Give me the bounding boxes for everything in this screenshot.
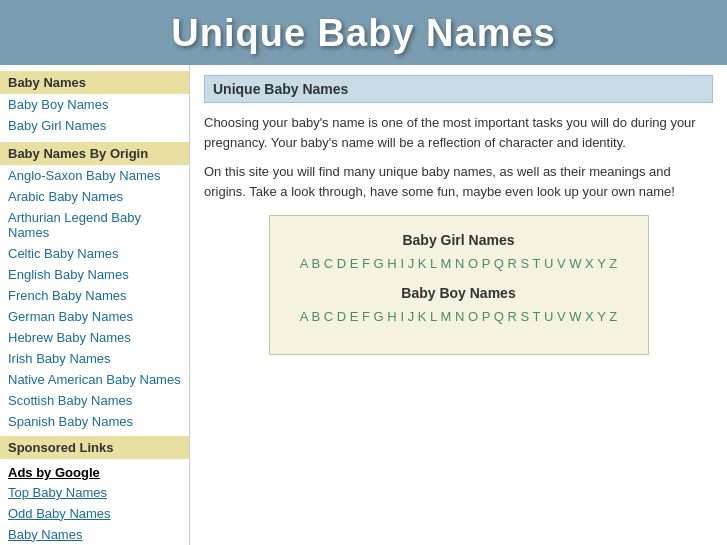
- alpha-link-y[interactable]: Y: [597, 256, 605, 271]
- sidebar-section-sponsored: Sponsored Links: [0, 436, 189, 459]
- alpha-link-q[interactable]: Q: [494, 256, 504, 271]
- sidebar-link-baby-girl-names[interactable]: Baby Girl Names: [0, 115, 189, 136]
- alpha-link-c[interactable]: C: [324, 309, 333, 324]
- alpha-link-q[interactable]: Q: [494, 309, 504, 324]
- alpha-link-z[interactable]: Z: [609, 256, 617, 271]
- ad-link-baby-names[interactable]: Baby Names: [8, 525, 181, 545]
- sidebar-link-arabic[interactable]: Arabic Baby Names: [0, 186, 189, 207]
- alpha-link-l[interactable]: L: [430, 256, 437, 271]
- alpha-link-w[interactable]: W: [569, 256, 581, 271]
- sidebar-link-english[interactable]: English Baby Names: [0, 264, 189, 285]
- ads-by-google-label: Ads by Google: [8, 465, 181, 480]
- alpha-link-g[interactable]: G: [374, 309, 384, 324]
- sidebar-link-anglo-saxon[interactable]: Anglo-Saxon Baby Names: [0, 165, 189, 186]
- alpha-link-x[interactable]: X: [585, 309, 594, 324]
- alpha-link-m[interactable]: M: [440, 309, 451, 324]
- alpha-link-y[interactable]: Y: [597, 309, 605, 324]
- alpha-link-w[interactable]: W: [569, 309, 581, 324]
- alpha-link-v[interactable]: V: [557, 309, 566, 324]
- ad-link-top-baby-names[interactable]: Top Baby Names: [8, 483, 181, 504]
- sidebar-section-baby-names: Baby Names: [0, 71, 189, 94]
- sidebar-link-native-american[interactable]: Native American Baby Names: [0, 369, 189, 390]
- alpha-link-v[interactable]: V: [557, 256, 566, 271]
- sidebar-link-french[interactable]: French Baby Names: [0, 285, 189, 306]
- alpha-link-f[interactable]: F: [362, 256, 370, 271]
- alpha-link-z[interactable]: Z: [609, 309, 617, 324]
- sidebar-link-german[interactable]: German Baby Names: [0, 306, 189, 327]
- alpha-link-a[interactable]: A: [300, 256, 308, 271]
- name-index-box: Baby Girl Names A B C D E F G H I J K L …: [269, 215, 649, 355]
- alpha-link-r[interactable]: R: [507, 256, 516, 271]
- alpha-link-f[interactable]: F: [362, 309, 370, 324]
- alpha-link-x[interactable]: X: [585, 256, 594, 271]
- alpha-link-g[interactable]: G: [374, 256, 384, 271]
- alpha-link-p[interactable]: P: [482, 256, 490, 271]
- alpha-link-s[interactable]: S: [520, 309, 529, 324]
- boy-names-title: Baby Boy Names: [290, 285, 628, 301]
- alpha-link-s[interactable]: S: [520, 256, 529, 271]
- alpha-link-r[interactable]: R: [507, 309, 516, 324]
- ads-section: Ads by Google Top Baby Names Odd Baby Na…: [0, 459, 189, 545]
- sidebar: Baby Names Baby Boy Names Baby Girl Name…: [0, 65, 190, 545]
- sidebar-link-celtic[interactable]: Celtic Baby Names: [0, 243, 189, 264]
- alpha-link-d[interactable]: D: [337, 256, 346, 271]
- sidebar-link-baby-boy-names[interactable]: Baby Boy Names: [0, 94, 189, 115]
- boy-alpha-links: A B C D E F G H I J K L M N O P Q R S T …: [290, 309, 628, 324]
- intro-paragraph-1: Choosing your baby's name is one of the …: [204, 113, 713, 152]
- alpha-link-n[interactable]: N: [455, 309, 464, 324]
- alpha-link-p[interactable]: P: [482, 309, 490, 324]
- alpha-link-h[interactable]: H: [387, 256, 396, 271]
- alpha-link-b[interactable]: B: [311, 309, 320, 324]
- alpha-link-d[interactable]: D: [337, 309, 346, 324]
- sidebar-link-arthurian[interactable]: Arthurian Legend Baby Names: [0, 207, 189, 243]
- intro-paragraph-2: On this site you will find many unique b…: [204, 162, 713, 201]
- alpha-link-o[interactable]: O: [468, 256, 478, 271]
- alpha-link-n[interactable]: N: [455, 256, 464, 271]
- page-layout: Baby Names Baby Boy Names Baby Girl Name…: [0, 65, 727, 545]
- alpha-link-u[interactable]: U: [544, 309, 553, 324]
- site-header: Unique Baby Names: [0, 0, 727, 65]
- alpha-link-b[interactable]: B: [311, 256, 320, 271]
- main-title: Unique Baby Names: [204, 75, 713, 103]
- sidebar-link-scottish[interactable]: Scottish Baby Names: [0, 390, 189, 411]
- site-title: Unique Baby Names: [0, 12, 727, 55]
- alpha-link-u[interactable]: U: [544, 256, 553, 271]
- main-content: Unique Baby Names Choosing your baby's n…: [190, 65, 727, 545]
- alpha-link-o[interactable]: O: [468, 309, 478, 324]
- alpha-link-m[interactable]: M: [440, 256, 451, 271]
- alpha-link-h[interactable]: H: [387, 309, 396, 324]
- sidebar-link-irish[interactable]: Irish Baby Names: [0, 348, 189, 369]
- alpha-link-a[interactable]: A: [300, 309, 308, 324]
- sidebar-section-by-origin: Baby Names By Origin: [0, 142, 189, 165]
- alpha-link-c[interactable]: C: [324, 256, 333, 271]
- girl-alpha-links: A B C D E F G H I J K L M N O P Q R S T …: [290, 256, 628, 271]
- girl-names-title: Baby Girl Names: [290, 232, 628, 248]
- sidebar-link-spanish[interactable]: Spanish Baby Names: [0, 411, 189, 432]
- ad-link-odd-baby-names[interactable]: Odd Baby Names: [8, 504, 181, 525]
- alpha-link-l[interactable]: L: [430, 309, 437, 324]
- sidebar-link-hebrew[interactable]: Hebrew Baby Names: [0, 327, 189, 348]
